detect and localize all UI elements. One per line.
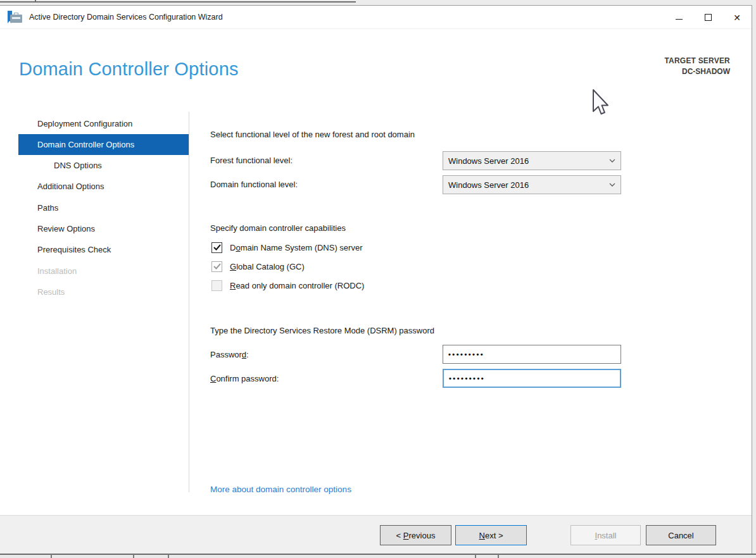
screen: Active Directory Domain Services Configu… bbox=[0, 0, 756, 558]
target-server-name: DC-SHADOW bbox=[664, 67, 730, 76]
capabilities-heading: Specify domain controller capabilities bbox=[210, 223, 346, 233]
button-bar: < Previous Next > Install Cancel bbox=[0, 515, 752, 554]
chevron-down-icon bbox=[609, 159, 615, 163]
forest-functional-level-label: Forest functional level: bbox=[210, 156, 293, 165]
title-bar[interactable]: Active Directory Domain Services Configu… bbox=[0, 6, 752, 29]
forest-functional-level-select[interactable]: Windows Server 2016 bbox=[443, 151, 621, 170]
background-divider bbox=[168, 554, 169, 558]
previous-button[interactable]: < Previous bbox=[380, 525, 451, 545]
target-server-block: TARGET SERVER DC-SHADOW bbox=[664, 56, 730, 76]
background-divider bbox=[133, 554, 134, 558]
wizard-window: Active Directory Domain Services Configu… bbox=[0, 5, 752, 554]
checkmark-icon bbox=[213, 244, 221, 251]
password-input[interactable]: ••••••••• bbox=[443, 345, 621, 364]
password-label: Password: bbox=[210, 350, 249, 359]
background-divider bbox=[51, 554, 52, 558]
chevron-down-icon bbox=[609, 183, 615, 187]
functional-level-heading: Select functional level of the new fores… bbox=[210, 130, 415, 139]
sidebar-item-paths[interactable]: Paths bbox=[18, 197, 189, 218]
sidebar-item-prerequisites-check[interactable]: Prerequisites Check bbox=[18, 239, 189, 260]
more-about-link[interactable]: More about domain controller options bbox=[210, 485, 351, 494]
background-window-tick bbox=[35, 0, 36, 3]
sidebar-divider bbox=[189, 112, 189, 492]
sidebar-item-dns-options[interactable]: DNS Options bbox=[18, 155, 189, 176]
forest-functional-level-value: Windows Server 2016 bbox=[448, 156, 529, 166]
dns-server-checkbox-label: Domain Name System (DNS) server bbox=[230, 243, 363, 252]
minimize-button[interactable] bbox=[664, 6, 693, 29]
background-window-edge bbox=[0, 1, 356, 3]
checkmark-icon bbox=[213, 263, 221, 270]
global-catalog-checkbox bbox=[211, 261, 222, 272]
minimize-icon bbox=[676, 19, 683, 20]
sidebar-item-installation: Installation bbox=[18, 261, 189, 282]
maximize-button[interactable] bbox=[693, 6, 722, 29]
dsrm-heading: Type the Directory Services Restore Mode… bbox=[210, 326, 434, 335]
sidebar-item-domain-controller-options[interactable]: Domain Controller Options bbox=[18, 134, 189, 155]
close-icon: ✕ bbox=[733, 13, 741, 22]
server-manager-icon bbox=[8, 11, 23, 23]
domain-functional-level-select[interactable]: Windows Server 2016 bbox=[443, 175, 621, 194]
dns-server-checkbox[interactable] bbox=[211, 242, 222, 253]
sidebar-item-results: Results bbox=[18, 282, 189, 302]
install-button: Install bbox=[570, 525, 641, 545]
confirm-password-label: Confirm password: bbox=[210, 374, 279, 383]
sidebar-item-review-options[interactable]: Review Options bbox=[18, 218, 189, 239]
sidebar-item-deployment-configuration[interactable]: Deployment Configuration bbox=[18, 113, 189, 134]
background-divider bbox=[475, 554, 476, 558]
confirm-password-input[interactable]: ••••••••• bbox=[443, 369, 621, 388]
rodc-checkbox-label: Read only domain controller (RODC) bbox=[230, 281, 364, 290]
cancel-button[interactable]: Cancel bbox=[646, 525, 716, 545]
global-catalog-checkbox-label: Global Catalog (GC) bbox=[230, 262, 305, 271]
maximize-icon bbox=[705, 14, 712, 21]
domain-functional-level-value: Windows Server 2016 bbox=[448, 180, 529, 190]
page-title: Domain Controller Options bbox=[19, 59, 239, 80]
dns-server-checkbox-row: Domain Name System (DNS) server bbox=[211, 240, 363, 254]
rodc-checkbox-row: Read only domain controller (RODC) bbox=[211, 278, 364, 292]
domain-functional-level-label: Domain functional level: bbox=[210, 180, 298, 189]
background-divider bbox=[498, 554, 499, 558]
background-window-bottom bbox=[0, 554, 756, 558]
next-button[interactable]: Next > bbox=[455, 525, 527, 545]
close-button[interactable]: ✕ bbox=[722, 6, 752, 29]
window-title: Active Directory Domain Services Configu… bbox=[29, 13, 223, 22]
sidebar-item-additional-options[interactable]: Additional Options bbox=[18, 176, 189, 197]
rodc-checkbox bbox=[211, 280, 222, 291]
global-catalog-checkbox-row: Global Catalog (GC) bbox=[211, 259, 305, 273]
target-server-label: TARGET SERVER bbox=[664, 56, 730, 65]
